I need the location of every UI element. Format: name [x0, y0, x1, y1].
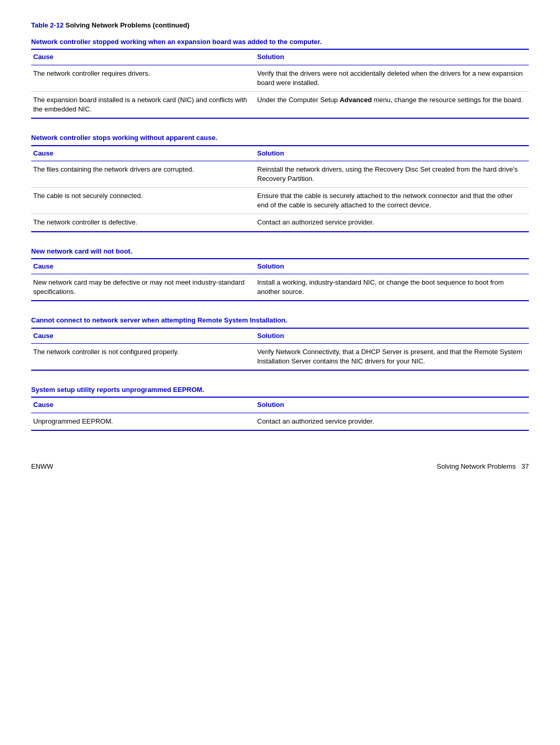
- col-header-cause: Cause: [31, 328, 255, 344]
- cell-solution: Ensure that the cable is securely attach…: [255, 188, 529, 214]
- cell-solution: Under the Computer Setup Advanced menu, …: [255, 91, 529, 118]
- section-heading-section3: New network card will not boot.: [31, 247, 529, 256]
- col-header-solution: Solution: [255, 259, 529, 274]
- section-section5: System setup utility reports unprogramme…: [31, 385, 529, 431]
- cell-cause: The network controller is not configured…: [31, 343, 255, 370]
- table-title-prefix: Table 2-12: [31, 21, 64, 29]
- cell-solution: Verify that the drivers were not acciden…: [255, 65, 529, 91]
- table-title-text: Solving Network Problems (continued): [64, 21, 190, 29]
- col-header-cause: Cause: [31, 397, 255, 413]
- cell-cause: Unprogrammed EEPROM.: [31, 413, 255, 430]
- table-title: Table 2-12 Solving Network Problems (con…: [31, 21, 529, 30]
- cell-cause: The network controller requires drivers.: [31, 65, 255, 91]
- table-section3: CauseSolutionNew network card may be def…: [31, 258, 529, 302]
- table-row: The cable is not securely connected.Ensu…: [31, 188, 529, 214]
- table-row: New network card may be defective or may…: [31, 274, 529, 301]
- section-heading-section4: Cannot connect to network server when at…: [31, 316, 529, 325]
- col-header-solution: Solution: [255, 49, 529, 65]
- page-footer: ENWW Solving Network Problems 37: [31, 462, 529, 471]
- cell-cause: The network controller is defective.: [31, 214, 255, 232]
- cell-solution: Contact an authorized service provider.: [255, 214, 529, 232]
- footer-right: Solving Network Problems 37: [437, 462, 529, 471]
- cell-cause: The expansion board installed is a netwo…: [31, 91, 255, 118]
- col-header-cause: Cause: [31, 146, 255, 161]
- cell-cause: The cable is not securely connected.: [31, 188, 255, 214]
- cell-solution: Install a working, industry-standard NIC…: [255, 274, 529, 301]
- footer-left: ENWW: [31, 462, 53, 471]
- section-heading-section1: Network controller stopped working when …: [31, 37, 529, 47]
- section-section4: Cannot connect to network server when at…: [31, 316, 529, 371]
- cell-solution: Contact an authorized service provider.: [255, 413, 529, 430]
- table-section1: CauseSolutionThe network controller requ…: [31, 49, 529, 119]
- section-heading-section2: Network controller stops working without…: [31, 133, 529, 143]
- col-header-cause: Cause: [31, 49, 255, 65]
- cell-cause: New network card may be defective or may…: [31, 274, 255, 301]
- table-row: The files containing the network drivers…: [31, 161, 529, 187]
- table-row: The network controller is not configured…: [31, 343, 529, 370]
- cell-solution: Reinstall the network drivers, using the…: [255, 161, 529, 187]
- cell-cause: The files containing the network drivers…: [31, 161, 255, 187]
- cell-solution: Verify Network Connectivity, that a DHCP…: [255, 343, 529, 370]
- table-row: Unprogrammed EEPROM.Contact an authorize…: [31, 413, 529, 430]
- col-header-solution: Solution: [255, 397, 529, 413]
- table-row: The expansion board installed is a netwo…: [31, 91, 529, 118]
- table-row: The network controller requires drivers.…: [31, 65, 529, 91]
- col-header-cause: Cause: [31, 259, 255, 274]
- section-section1: Network controller stopped working when …: [31, 37, 529, 119]
- table-section2: CauseSolutionThe files containing the ne…: [31, 145, 529, 232]
- section-heading-section5: System setup utility reports unprogramme…: [31, 385, 529, 395]
- table-row: The network controller is defective.Cont…: [31, 214, 529, 232]
- table-section5: CauseSolutionUnprogrammed EEPROM.Contact…: [31, 397, 529, 430]
- col-header-solution: Solution: [255, 328, 529, 344]
- table-section4: CauseSolutionThe network controller is n…: [31, 328, 529, 371]
- section-section3: New network card will not boot.CauseSolu…: [31, 247, 529, 302]
- section-section2: Network controller stops working without…: [31, 133, 529, 232]
- col-header-solution: Solution: [255, 146, 529, 161]
